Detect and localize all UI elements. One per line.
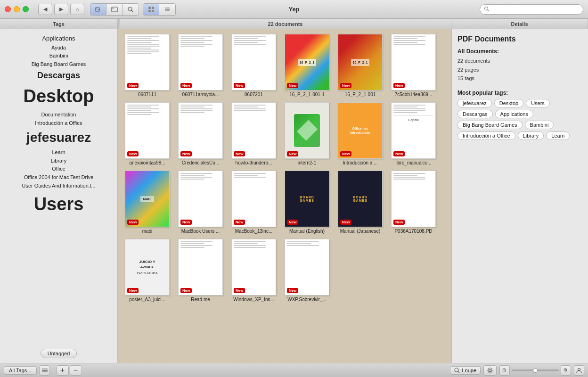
doc-item[interactable]: New Windows_XP_Ins... [229, 239, 278, 303]
zoom-slider-thumb [533, 368, 538, 373]
gear-button[interactable] [483, 365, 497, 376]
doc-item[interactable]: New P036A170108.PD [389, 171, 438, 234]
zoom-in-button[interactable] [561, 365, 571, 376]
tag-applications[interactable]: Applications [42, 34, 75, 44]
tag-chip-learn[interactable]: Learn [546, 131, 570, 140]
doc-item[interactable]: New 0607111 [122, 34, 172, 98]
view-buttons [143, 3, 176, 16]
doc-item[interactable]: JUICIO YAZNAR.PLATAFORMAS New poster_A3_… [122, 239, 172, 303]
doc-item[interactable]: New intern2-1 [282, 102, 332, 166]
zoom-controls [499, 365, 571, 376]
tag-library[interactable]: Library [51, 157, 67, 165]
svg-point-5 [128, 7, 132, 11]
doc-item[interactable]: New CredencialesCo... [176, 102, 225, 166]
list-icon-button[interactable] [40, 365, 50, 376]
main-content: Applications Ayuda Bambini Big Bang Boar… [0, 29, 588, 363]
doc-item[interactable]: OfficemasIntroducción New Introducción a… [335, 102, 385, 166]
home-button[interactable]: ⌂ [70, 4, 84, 15]
image-icon [111, 6, 118, 13]
tag-office[interactable]: Office [52, 165, 65, 173]
doc-item[interactable]: Capítol New libro_manualco... [389, 102, 438, 166]
doc-item[interactable]: BOARDGAMES New Manual (English) [282, 171, 332, 234]
search-box[interactable] [480, 4, 583, 15]
doc-item[interactable]: New WXP.Sobrevivir_... [282, 239, 332, 303]
image-view-button[interactable] [106, 4, 122, 15]
svg-line-15 [488, 10, 489, 11]
doc-item[interactable]: New 7c5cbb14ea369... [389, 34, 438, 98]
svg-line-20 [458, 371, 459, 373]
svg-rect-9 [148, 10, 151, 12]
tag-chip-library[interactable]: Library [518, 131, 544, 140]
tag-chip-descargas[interactable]: Descargas [457, 110, 493, 118]
doc-item[interactable]: MABI New mabi [122, 171, 172, 234]
sidebar: Applications Ayuda Bambini Big Bang Boar… [0, 29, 118, 363]
list-small-icon [42, 368, 48, 373]
docs-column-header: 22 documents [120, 19, 451, 29]
doc-item[interactable]: New anexoiomtas98... [122, 102, 172, 166]
loupe-button[interactable]: Loupe [450, 366, 481, 375]
nav-buttons: ◀ ▶ ⌂ [38, 4, 84, 15]
search-input[interactable] [491, 6, 579, 13]
tag-documentation[interactable]: Documentation [41, 111, 76, 119]
zoom-slider[interactable] [512, 369, 559, 371]
tag-jefesuarez[interactable]: jefesuarez [26, 127, 91, 148]
remove-button[interactable]: − [70, 365, 82, 376]
close-button[interactable] [5, 6, 11, 12]
doc-row-1: New 0607111 New 060711arroyola... [122, 34, 447, 98]
doc-item[interactable]: BOARDGAMES New Manual (Japanese) [335, 171, 385, 234]
all-tags-button[interactable]: All Tags... [4, 366, 37, 375]
doc-item[interactable]: 16_P_2_1 New 16_P_2_1-001-1 [282, 34, 332, 98]
tag-desktop[interactable]: Desktop [24, 82, 94, 111]
add-remove-buttons: + − [57, 365, 82, 376]
tag-descargas[interactable]: Descargas [37, 69, 80, 82]
svg-point-14 [485, 7, 488, 10]
zoom-out-button[interactable] [499, 365, 510, 376]
maximize-button[interactable] [23, 6, 29, 12]
list-view-button[interactable] [159, 4, 175, 15]
doc-row-4: JUICIO YAZNAR.PLATAFORMAS New poster_A3_… [122, 239, 447, 303]
add-button[interactable]: + [57, 365, 69, 376]
grid-view-button[interactable] [143, 4, 159, 15]
search-button[interactable] [122, 4, 139, 15]
tag-chip-users[interactable]: Users [526, 99, 550, 107]
forward-button[interactable]: ▶ [54, 4, 68, 15]
tag-icon [95, 6, 102, 13]
zoom-out-icon [502, 368, 507, 373]
tag-user-guides[interactable]: User Guides And Information.l... [22, 182, 96, 190]
tag-ayuda[interactable]: Ayuda [51, 44, 66, 52]
doc-item[interactable]: New 060711arroyola... [176, 34, 225, 98]
minimize-button[interactable] [14, 6, 20, 12]
tag-users[interactable]: Users [34, 190, 84, 219]
tag-office-2004[interactable]: Office 2004 for Mac Test Drive [24, 173, 94, 182]
person-button[interactable] [574, 365, 584, 376]
tag-chip-big-bang[interactable]: Big Bang Board Games [457, 121, 523, 129]
tag-introduccion[interactable]: Introducción a Office [35, 119, 82, 128]
doc-item[interactable]: New MacBook Users ... [176, 171, 225, 234]
tag-chip-introduccion[interactable]: Introducción a Office [457, 131, 515, 140]
details-column-header: Details [451, 19, 588, 29]
grid-icon [148, 6, 155, 13]
search-icon [127, 6, 134, 13]
untagged-button[interactable]: Untagged [41, 349, 77, 358]
doc-item[interactable]: 16_P_2_1 New 16_P_2_1-001 [335, 34, 385, 98]
tag-chip-desktop[interactable]: Desktop [494, 99, 523, 107]
svg-point-1 [96, 8, 97, 9]
svg-rect-7 [148, 7, 151, 9]
tag-big-bang[interactable]: Big Bang Board Games [32, 60, 86, 69]
svg-line-24 [506, 371, 507, 372]
title-bar: ◀ ▶ ⌂ [0, 0, 588, 19]
doc-item[interactable]: New howto-thunderb... [229, 102, 278, 166]
tag-chip-bambini[interactable]: Bambini [525, 121, 554, 129]
doc-item[interactable]: New Read me [176, 239, 225, 303]
svg-point-21 [489, 369, 491, 371]
gear-icon [487, 367, 493, 374]
back-button[interactable]: ◀ [38, 4, 52, 15]
tag-bambini[interactable]: Bambini [49, 52, 68, 60]
tag-button[interactable] [90, 4, 106, 15]
tag-chip-applications[interactable]: Applications [495, 110, 533, 118]
tag-count: 15 tags [457, 74, 582, 83]
doc-item[interactable]: New 0607201 [229, 34, 278, 98]
tag-chip-jefesuarez[interactable]: jefesuarez [457, 99, 492, 107]
doc-item[interactable]: New MacBook_13inc... [229, 171, 278, 234]
tag-learn[interactable]: Learn [52, 148, 65, 157]
